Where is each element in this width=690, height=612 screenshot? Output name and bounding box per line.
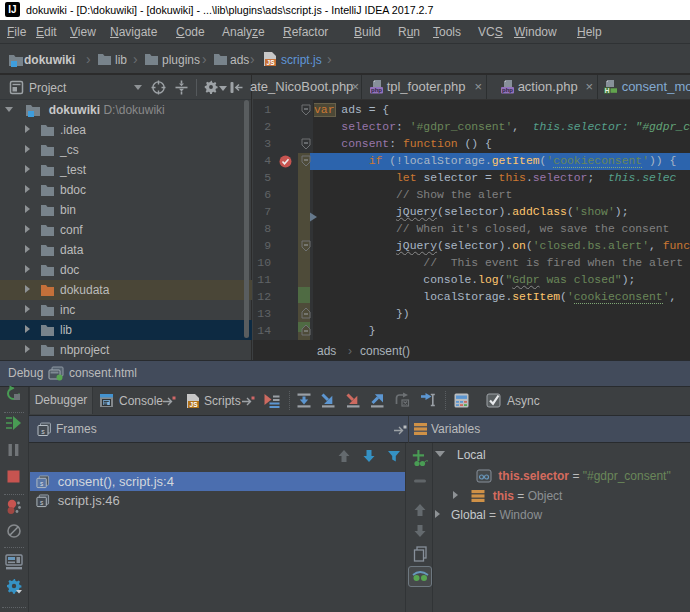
svg-text:JS: JS	[267, 59, 276, 66]
svg-text:s: s	[41, 428, 45, 435]
svg-text:JS: JS	[190, 401, 199, 408]
svg-text:php: php	[502, 87, 513, 93]
svg-text:php: php	[371, 87, 382, 93]
svg-text:H: H	[605, 87, 610, 94]
